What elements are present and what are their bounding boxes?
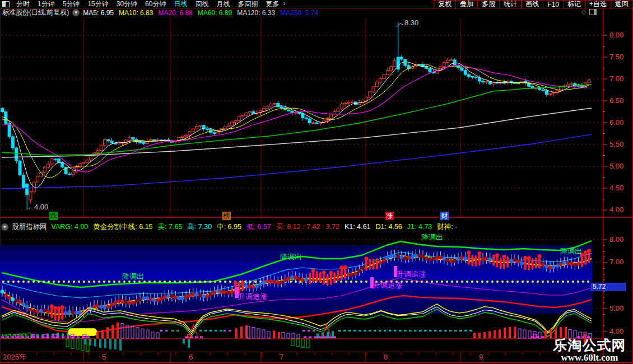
top-menubar: 分时1分钟5分钟15分钟30分钟60分钟日线周线月线多周期更多› 复权叠加多股统… [0,0,633,8]
indicator-fields: VARG: 4.00黄金分割中线: 6.15卖: 7.65高: 7.30中: 6… [52,222,463,232]
indicator-field: 黄金分割中线: 6.15 [93,223,152,231]
diamond-icon[interactable]: ◇ [581,8,586,16]
hot-label-跌[interactable]: 跌 [49,212,58,220]
main-axis-tick: 4.00 [609,206,623,214]
main-axis-tick: 7.00 [609,74,623,83]
indicator-chevron-icon[interactable]: ▾ [1,223,8,231]
panel-axis-tick: 7.00 [609,258,623,266]
ma-label: MA10: 6.83 [119,9,153,17]
hot-label-榜[interactable]: 榜 [222,212,231,220]
indicator-field: J1: 4.73 [407,223,432,231]
main-axis-tick: 6.50 [609,96,623,105]
indicator-field: 中: 6.95 [217,223,241,231]
window-split-icon [2,1,10,7]
indicator-field: VARG: 4.00 [52,223,89,231]
sidebar-toggle-icon[interactable] [589,9,597,15]
menu-item-F10[interactable]: F10 [543,1,563,8]
tools-menu: 复权叠加多股统计画线F10标记+自选返回 [434,0,633,8]
main-axis-tick: 6.00 [609,118,623,127]
annotation-chase-up: 升调追涨 [397,270,426,278]
axis-month-label: 6 [189,353,193,361]
window-split-button[interactable] [0,1,12,8]
app-window: 8.007.507.006.506.005.505.004.504.00降调出降… [0,0,633,364]
main-axis-tick: 4.50 [609,184,623,192]
indicator-field: D1: 4.56 [376,223,402,231]
hot-label-涨[interactable]: 涨 [385,212,394,220]
low-price-annotation: ←4.00 [27,203,48,211]
watermark-site-name: 乐淘公式网 [546,337,633,353]
axis-month-label: 9 [479,353,483,361]
annotation-chase-up: 升调追涨 [238,292,267,301]
axis-month-label: 5 [102,353,106,361]
annotation-drop-out: 降调出 [122,272,144,281]
axis-price-badge: 5.72 [590,283,626,291]
axis-month-label: 2025年 [3,353,26,361]
main-axis-tick: 5.00 [609,162,623,170]
indicator-source: 股朋指标网 [12,222,47,232]
main-axis-tick: 8.00 [609,31,623,39]
indicator-field: 财神: - [437,223,457,231]
indicator-field: 卖: 7.65 [158,223,183,231]
axis-month-label: 7 [280,353,283,361]
title-icons: ◇ [581,8,597,16]
annotation-chase-up: 升调追涨 [373,281,402,290]
ma-label: MA5: 6.95 [83,9,114,17]
indicator-field: K1: 4.61 [345,223,371,231]
panel-axis-tick: 5.00 [609,304,623,312]
ma-label: MA120: 6.33 [237,9,275,17]
title-bar: 标准股份(日线.前复权) ▾ MA5: 6.95MA10: 6.83MA20: … [0,8,633,17]
chevron-down-icon[interactable]: ▾ [72,9,80,16]
main-axis-tick: 7.50 [609,53,623,61]
ma-label: MA250: 5.74 [280,9,318,17]
axis-month-label: 8 [384,353,388,361]
annotation-drop-out: 降调出 [421,233,443,241]
ma-label: MA20: 6.88 [158,9,192,17]
indicator-field: 低: 6.57 [246,223,271,231]
watermark: 乐淘公式网 www.60lt.com [546,337,633,363]
hot-label-财[interactable]: 财 [440,212,449,220]
indicator-header: ▾ 股朋指标网 VARG: 4.00黄金分割中线: 6.15卖: 7.65高: … [0,222,599,232]
chart-canvas[interactable]: 8.007.507.006.506.005.505.004.504.00降调出降… [0,0,633,364]
annotation-drop-out: 降调出 [560,247,582,255]
high-price-annotation: 8.30 [404,18,418,27]
panel-axis-tick: 8.00 [609,235,623,244]
main-axis-tick: 5.50 [609,140,623,148]
panel-axis-tick: 4.00 [609,327,623,335]
annotation-drop-out: 降调出 [280,253,302,261]
indicator-field: 买: 6.12 : 7.42 : 3.72 [276,223,339,231]
watermark-url: www.60lt.com [546,353,633,363]
ma-label: MA60: 6.89 [198,9,232,17]
ma-labels: MA5: 6.95MA10: 6.83MA20: 6.88MA60: 6.89M… [83,9,323,17]
indicator-field: 高: 7.30 [187,223,212,231]
page-title: 标准股份(日线.前复权) [0,8,71,17]
